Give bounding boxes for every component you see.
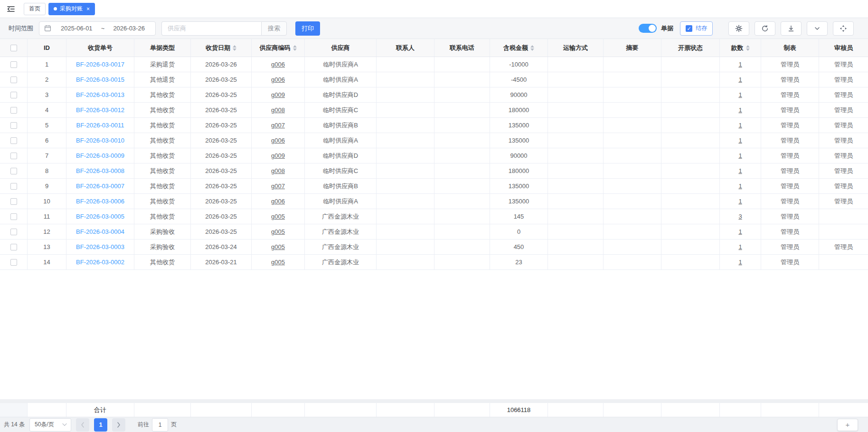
count-link[interactable]: 1 — [738, 198, 742, 205]
count-link[interactable]: 1 — [738, 106, 742, 114]
count-link[interactable]: 1 — [738, 61, 742, 68]
count-link[interactable]: 1 — [738, 228, 742, 235]
receipt-no-link[interactable]: BF-2026-03-0012 — [76, 106, 124, 114]
supplier-code-link[interactable]: g005 — [271, 228, 285, 235]
count-link[interactable]: 1 — [738, 91, 742, 98]
count-link[interactable]: 1 — [738, 152, 742, 159]
sort-carets-icon[interactable] — [233, 45, 236, 51]
receipt-no-link[interactable]: BF-2026-03-0002 — [76, 259, 124, 266]
refresh-button[interactable] — [755, 21, 775, 36]
collapse-sidebar-icon[interactable] — [5, 3, 17, 15]
tab-home[interactable]: 首页 — [24, 3, 46, 15]
cell-text: 广西金源木业 — [322, 212, 359, 221]
document-mode-toggle[interactable] — [639, 24, 657, 33]
sort-carets-icon[interactable] — [530, 45, 534, 51]
supplier-code-link[interactable]: g007 — [271, 122, 285, 129]
row-checkbox[interactable] — [10, 183, 17, 190]
column-header-amount[interactable]: 含税金额 — [490, 39, 548, 57]
column-header-receive_date[interactable]: 收货日期 — [191, 39, 252, 57]
cell-summary — [604, 179, 661, 193]
receipt-no-link[interactable]: BF-2026-03-0010 — [76, 137, 124, 144]
supplier-code-link[interactable]: g007 — [271, 182, 285, 190]
cell-supplier_code: g005 — [252, 209, 305, 224]
supplier-code-link[interactable]: g005 — [271, 243, 285, 250]
supplier-code-link[interactable]: g009 — [271, 152, 285, 159]
count-link[interactable]: 1 — [738, 259, 742, 266]
row-checkbox[interactable] — [10, 137, 17, 144]
supplier-code-link[interactable]: g009 — [271, 91, 285, 98]
page-size-select[interactable]: 50条/页 — [29, 418, 71, 432]
supplier-code-link[interactable]: g006 — [271, 61, 285, 68]
print-button[interactable]: 打印 — [295, 21, 320, 36]
sort-carets-icon[interactable] — [293, 45, 297, 51]
supplier-code-link[interactable]: g005 — [271, 213, 285, 220]
count-link[interactable]: 1 — [738, 137, 742, 144]
count-link[interactable]: 1 — [738, 243, 742, 250]
balance-checkbox-button[interactable]: ✓ 结存 — [680, 21, 713, 36]
count-link[interactable]: 1 — [738, 182, 742, 190]
add-button[interactable]: + — [837, 419, 858, 431]
tab-close-icon[interactable]: × — [86, 6, 90, 12]
cell-id: 11 — [28, 209, 66, 224]
date-range-picker[interactable]: 2025-06-01 ~ 2026-03-26 — [39, 21, 156, 36]
tab-purchase-reconciliation[interactable]: 采购对账 × — [48, 3, 95, 15]
supplier-code-link[interactable]: g006 — [271, 198, 285, 205]
cell-preparer: 管理员 — [761, 57, 819, 72]
settings-button[interactable] — [728, 21, 749, 36]
row-checkbox[interactable] — [10, 107, 17, 114]
receipt-no-link[interactable]: BF-2026-03-0015 — [76, 76, 124, 83]
receipt-no-link[interactable]: BF-2026-03-0006 — [76, 198, 124, 205]
receipt-no-link[interactable]: BF-2026-03-0004 — [76, 228, 124, 235]
row-checkbox[interactable] — [10, 77, 17, 83]
goto-page-input[interactable] — [152, 418, 168, 432]
cell-text: 23 — [515, 259, 522, 266]
count-link[interactable]: 1 — [738, 167, 742, 174]
cell-transport — [548, 133, 604, 148]
receipt-no-link[interactable]: BF-2026-03-0007 — [76, 182, 124, 190]
receipt-no-link[interactable]: BF-2026-03-0009 — [76, 152, 124, 159]
row-checkbox[interactable] — [10, 153, 17, 159]
receipt-no-link[interactable]: BF-2026-03-0008 — [76, 167, 124, 174]
receipt-no-link[interactable]: BF-2026-03-0003 — [76, 243, 124, 250]
supplier-code-link[interactable]: g005 — [271, 259, 285, 266]
row-checkbox[interactable] — [10, 259, 17, 266]
column-header-supplier_code[interactable]: 供应商编码 — [252, 39, 305, 57]
row-checkbox[interactable] — [10, 213, 17, 220]
row-checkbox[interactable] — [10, 122, 17, 129]
receipt-no-link[interactable]: BF-2026-03-0017 — [76, 61, 124, 68]
column-header-select-all[interactable] — [0, 39, 28, 57]
count-link[interactable]: 3 — [738, 213, 742, 220]
sort-carets-icon[interactable] — [746, 45, 750, 51]
date-start-input[interactable]: 2025-06-01 — [55, 25, 98, 32]
supplier-code-link[interactable]: g008 — [271, 167, 285, 174]
row-checkbox[interactable] — [10, 61, 17, 68]
cell-doc_type: 其他收货 — [134, 209, 191, 224]
row-checkbox[interactable] — [10, 229, 17, 235]
select-all-checkbox[interactable] — [10, 45, 17, 51]
date-end-input[interactable]: 2026-03-26 — [107, 25, 151, 32]
table-row: 13BF-2026-03-0003采购验收2026-03-24g005广西金源木… — [0, 240, 868, 255]
fullscreen-button[interactable] — [833, 21, 854, 36]
row-checkbox[interactable] — [10, 168, 17, 174]
supplier-code-link[interactable]: g006 — [271, 76, 285, 83]
receipt-no-link[interactable]: BF-2026-03-0005 — [76, 213, 124, 220]
supplier-input[interactable] — [161, 21, 261, 36]
collapse-panel-button[interactable] — [807, 21, 828, 36]
download-button[interactable] — [781, 21, 802, 36]
row-checkbox[interactable] — [10, 198, 17, 205]
receipt-no-link[interactable]: BF-2026-03-0011 — [76, 122, 124, 129]
current-page-button[interactable]: 1 — [94, 418, 107, 432]
receipt-no-link[interactable]: BF-2026-03-0013 — [76, 91, 124, 98]
row-checkbox[interactable] — [10, 244, 17, 250]
search-button[interactable]: 搜索 — [261, 21, 287, 36]
supplier-code-link[interactable]: g008 — [271, 106, 285, 114]
column-header-count[interactable]: 款数 — [720, 39, 761, 57]
row-checkbox[interactable] — [10, 92, 17, 98]
count-link[interactable]: 1 — [738, 76, 742, 83]
prev-page-button[interactable] — [76, 418, 89, 432]
cell-checkbox — [0, 209, 28, 224]
count-link[interactable]: 1 — [738, 122, 742, 129]
checkbox-checked-icon[interactable]: ✓ — [686, 25, 692, 32]
next-page-button[interactable] — [112, 418, 125, 432]
supplier-code-link[interactable]: g006 — [271, 137, 285, 144]
